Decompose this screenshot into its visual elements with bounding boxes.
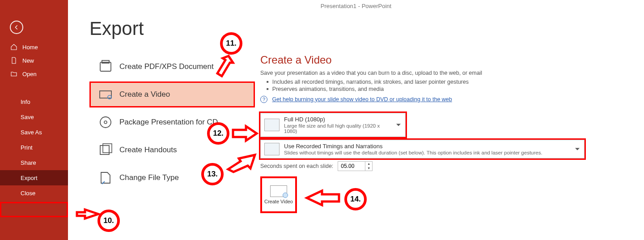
sidebar-item-print[interactable]: Print [0, 140, 68, 155]
folder-open-icon [10, 70, 18, 78]
export-opt-video[interactable]: Create a Video [89, 81, 255, 107]
export-opt-label: Create Handouts [119, 146, 177, 154]
svg-point-4 [100, 117, 111, 128]
sidebar-item-new[interactable]: New [0, 54, 68, 67]
sidebar-item-label: Info [21, 99, 30, 105]
sidebar-lower-group: Info Save Save As Print Share Export Clo… [0, 94, 68, 201]
export-opt-filetype[interactable]: Change File Type [89, 165, 255, 191]
annotation-highlight-export [0, 202, 68, 217]
timings-dropdown[interactable]: Use Recorded Timings and Narrations Slid… [260, 140, 585, 159]
detail-bullet: Preserves animations, transitions, and m… [267, 86, 635, 92]
export-opt-label: Create a Video [119, 90, 170, 99]
export-opt-label: Create PDF/XPS Document [119, 62, 214, 71]
sidebar-item-export[interactable]: Export [0, 170, 68, 185]
sidebar-item-label: Save As [21, 129, 42, 136]
timings-title: Use Recorded Timings and Narrations [284, 143, 569, 150]
sidebar-top-group: Home New Open [0, 40, 68, 81]
dropdown-group: Full HD (1080p) Large file size and full… [260, 113, 635, 213]
svg-rect-2 [100, 91, 111, 98]
sidebar-item-label: Save [21, 114, 34, 120]
svg-rect-7 [103, 144, 112, 153]
sidebar-item-label: Open [22, 71, 37, 77]
detail-title: Create a Video [260, 54, 635, 66]
export-opt-cd[interactable]: Package Presentation for CD [89, 109, 255, 135]
chevron-down-icon [575, 148, 580, 150]
sidebar-item-save[interactable]: Save [0, 109, 68, 124]
document-icon [10, 56, 18, 64]
sidebar-item-label: Export [21, 175, 38, 181]
video-icon [96, 85, 115, 104]
seconds-label: Seconds spent on each slide: [260, 163, 333, 169]
handouts-icon [96, 141, 115, 159]
quality-sub: Large file size and full high quality (1… [284, 123, 390, 134]
window-title: Presentation1 - PowerPoint [68, 0, 644, 13]
quality-dropdown[interactable]: Full HD (1080p) Large file size and full… [260, 113, 406, 137]
export-opt-label: Package Presentation for CD [119, 118, 218, 127]
export-opt-pdf[interactable]: Create PDF/XPS Document [89, 54, 255, 80]
timings-sub: Slides without timings will use the defa… [284, 150, 569, 155]
window-title-text: Presentation1 - PowerPoint [321, 3, 391, 9]
sidebar-item-home[interactable]: Home [0, 40, 68, 54]
help-icon: ? [260, 96, 267, 103]
timings-icon [264, 143, 280, 155]
backstage-sidebar: Home New Open Info Save Save As Print Sh… [0, 0, 68, 240]
help-link[interactable]: Get help burning your slide show video t… [272, 96, 452, 103]
seconds-input[interactable] [338, 162, 365, 170]
export-opt-label: Change File Type [119, 173, 179, 182]
sidebar-item-label: New [22, 57, 34, 64]
spinner-down-icon[interactable]: ▼ [365, 166, 372, 171]
sidebar-item-share[interactable]: Share [0, 155, 68, 170]
home-icon [10, 43, 18, 51]
back-button[interactable] [10, 21, 23, 34]
arrow-left-icon [13, 24, 20, 31]
pdf-icon [96, 57, 115, 76]
cd-icon [96, 113, 115, 132]
spinner-buttons[interactable]: ▲ ▼ [365, 162, 372, 171]
spinner-up-icon[interactable]: ▲ [365, 162, 372, 166]
monitor-icon [264, 119, 280, 131]
chevron-down-icon [396, 124, 401, 126]
svg-rect-1 [102, 60, 109, 63]
svg-rect-0 [100, 62, 111, 71]
export-opt-handouts[interactable]: Create Handouts [89, 137, 255, 163]
quality-title: Full HD (1080p) [284, 116, 390, 123]
sidebar-item-info[interactable]: Info [0, 94, 68, 109]
sidebar-item-label: Share [21, 159, 36, 166]
seconds-row: Seconds spent on each slide: ▲ ▼ [260, 161, 635, 171]
create-video-button[interactable]: Create Video [260, 176, 297, 213]
detail-pane: Create a Video Save your presentation as… [260, 54, 635, 213]
detail-subtitle: Save your presentation as a video that y… [260, 70, 635, 76]
sidebar-item-close[interactable]: Close [0, 185, 68, 201]
sidebar-item-label: Print [21, 144, 33, 151]
sidebar-item-save-as[interactable]: Save As [0, 124, 68, 140]
page-title: Export [89, 18, 635, 39]
sidebar-item-label: Close [21, 190, 35, 197]
main-content: Export Create PDF/XPS Document Create a … [89, 18, 635, 240]
seconds-spinner[interactable]: ▲ ▼ [338, 161, 373, 171]
sidebar-item-open[interactable]: Open [0, 67, 68, 81]
svg-rect-6 [100, 146, 109, 154]
change-file-type-icon [96, 168, 115, 187]
detail-bullets: Includes all recorded timings, narration… [267, 79, 635, 92]
sidebar-item-label: Home [22, 44, 38, 51]
create-video-button-icon [270, 185, 287, 197]
svg-point-5 [104, 121, 107, 124]
create-video-button-label: Create Video [264, 199, 293, 204]
detail-bullet: Includes all recorded timings, narration… [267, 79, 635, 85]
export-options-list: Create PDF/XPS Document Create a Video P… [89, 54, 255, 193]
